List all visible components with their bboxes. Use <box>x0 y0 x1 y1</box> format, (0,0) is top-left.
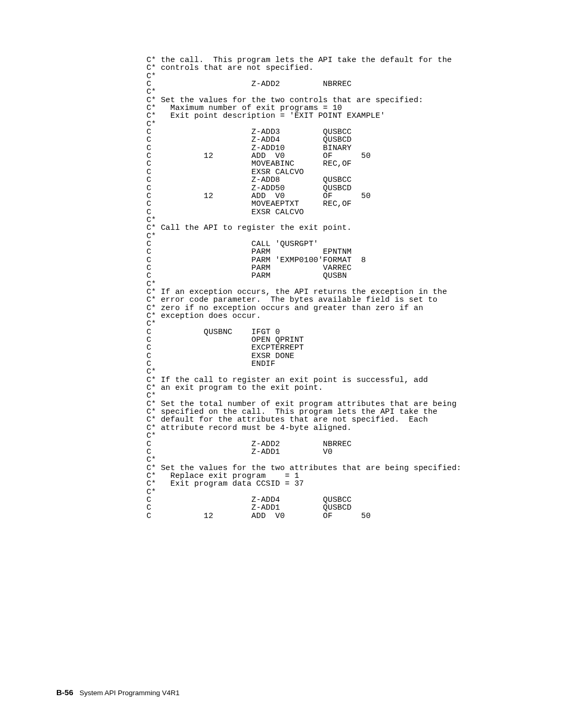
rpg-code-listing: C* the call. This program lets the API t… <box>146 56 461 520</box>
footer-title: System API Programming V4R1 <box>80 689 180 697</box>
page-number: B-56 <box>56 688 74 697</box>
page-footer: B-56System API Programming V4R1 <box>56 688 180 697</box>
